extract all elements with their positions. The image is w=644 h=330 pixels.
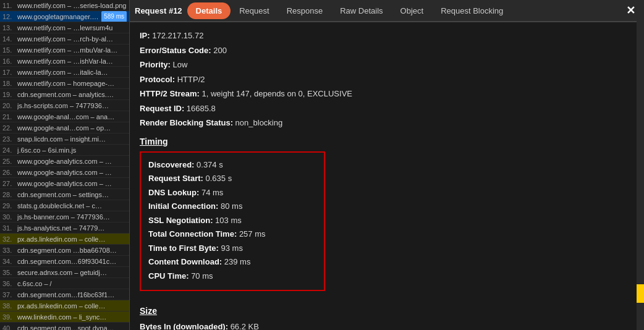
list-item[interactable]: 24.j.6sc.co – 6si.min.js [0, 145, 129, 156]
list-item[interactable]: 13.www.netlify.com – …lewrsum4u [0, 22, 129, 33]
total-connection-value: 257 ms [239, 229, 266, 239]
request-start-label: Request Start: [148, 174, 203, 183]
list-item[interactable]: 17.www.netlify.com – …italic-la… [0, 67, 129, 78]
size-header: Size [140, 306, 634, 316]
http2-label: HTTP/2 Stream: [140, 89, 200, 98]
list-item[interactable]: 14.www.netlify.com – …rch-by-al… [0, 33, 129, 44]
render-blocking-value: non_blocking [235, 118, 283, 127]
list-item[interactable]: 39.www.linkedin.com – li_sync… [0, 311, 129, 323]
total-connection-label: Total Connection Time: [148, 229, 237, 239]
protocol-label: Protocol: [140, 75, 175, 84]
ssl-negotiation-value: 103 ms [215, 216, 242, 225]
cpu-time-label: CPU Time: [148, 271, 189, 281]
priority-line: Priority: Low [140, 59, 634, 71]
list-item[interactable]: 27.www.google-analytics.com – … [0, 178, 129, 189]
list-item[interactable]: 30.js.hs-banner.com – 7477936… [0, 211, 129, 222]
list-item[interactable]: 28.cdn.segment.com – settings… [0, 189, 129, 200]
initial-connection-label: Initial Connection: [148, 201, 218, 211]
panel-content: IP: 172.217.15.72 Error/Status Code: 200… [130, 22, 644, 330]
priority-label: Priority: [140, 60, 171, 69]
dns-lookup-line: DNS Lookup: 74 ms [148, 187, 316, 199]
list-item[interactable]: 16.www.netlify.com – …ishVar-la… [0, 56, 129, 67]
cpu-time-value: 70 ms [191, 271, 213, 281]
render-blocking-line: Render Blocking Status: non_blocking [140, 117, 634, 129]
ssl-negotiation-line: SSL Negotiation: 103 ms [148, 214, 316, 227]
request-start-line: Request Start: 0.635 s [148, 172, 316, 185]
request-id-label: Request ID: [140, 104, 184, 113]
ttfb-line: Time to First Byte: 93 ms [148, 242, 316, 255]
request-id-line: Request ID: 16685.8 [140, 103, 634, 115]
initial-connection-line: Initial Connection: 80 ms [148, 200, 316, 213]
dns-lookup-value: 74 ms [201, 188, 223, 197]
list-item[interactable]: 36.c.6sc.co – / [0, 278, 129, 289]
list-item[interactable]: 19.cdn.segment.com – analytics.… [0, 89, 129, 100]
list-item[interactable]: 40.cdn.segment.com…spot.dyna… [0, 323, 129, 330]
list-item[interactable]: 37.cdn.segment.com…f16bc63f1… [0, 289, 129, 300]
list-item[interactable]: 32.px.ads.linkedin.com – colle… [0, 234, 129, 245]
list-item[interactable]: 26.www.google-analytics.com – … [0, 167, 129, 178]
list-item[interactable]: 11.www.netlify.com – …series-load.png [0, 0, 129, 11]
render-blocking-label: Render Blocking Status: [140, 118, 233, 127]
content-download-label: Content Download: [148, 257, 222, 266]
cpu-time-line: CPU Time: 70 ms [148, 270, 316, 282]
ttfb-value: 93 ms [221, 243, 243, 253]
request-id-value: 16685.8 [187, 104, 216, 113]
tab-details[interactable]: Details [187, 2, 231, 19]
priority-value: Low [172, 60, 187, 69]
status-value: 200 [213, 46, 227, 55]
panel-header: Request #12 Details Request Response Raw… [130, 0, 644, 22]
list-item[interactable]: 23.snap.licdn.com – insight.mi… [0, 133, 129, 145]
http2-stream-line: HTTP/2 Stream: 1, weight 147, depends on… [140, 88, 634, 100]
bytes-in-label: Bytes In (downloaded): [140, 322, 228, 330]
scrollbar-thumb[interactable] [637, 284, 644, 303]
list-item[interactable]: 35.secure.adnxs.com – getuidj… [0, 267, 129, 278]
discovered-line: Discovered: 0.374 s [148, 159, 316, 171]
status-line: Error/Status Code: 200 [140, 44, 634, 57]
ip-line: IP: 172.217.15.72 [140, 30, 634, 42]
ttfb-label: Time to First Byte: [148, 243, 219, 253]
tab-object[interactable]: Object [392, 2, 433, 19]
status-label: Error/Status Code: [140, 46, 211, 55]
bytes-in-line: Bytes In (downloaded): 66.2 KB [140, 321, 634, 330]
scrollbar[interactable] [637, 0, 644, 330]
ip-value: 172.217.15.72 [152, 31, 203, 40]
network-list: 11.www.netlify.com – …series-load.png12.… [0, 0, 130, 330]
size-section: Bytes In (downloaded): 66.2 KB Uncompres… [140, 321, 634, 330]
list-item[interactable]: 18.www.netlify.com – homepage-… [0, 78, 129, 89]
timing-box: Discovered: 0.374 s Request Start: 0.635… [140, 151, 325, 292]
timing-header: Timing [140, 137, 634, 146]
panel-title: Request #12 [135, 6, 182, 15]
tab-response[interactable]: Response [278, 2, 332, 19]
ip-label: IP: [140, 31, 150, 40]
list-item[interactable]: 12.www.googletagmanager.com – gtm.js589 … [0, 11, 129, 22]
request-panel: Request #12 Details Request Response Raw… [130, 0, 644, 330]
list-item[interactable]: 29.stats.g.doubleclick.net – c… [0, 200, 129, 211]
list-item[interactable]: 22.www.google-anal…com – op… [0, 122, 129, 133]
request-start-value: 0.635 s [205, 174, 232, 183]
http2-value: 1, weight 147, depends on 0, EXCLUSIVE [201, 89, 352, 98]
protocol-value: HTTP/2 [177, 75, 205, 84]
content-download-line: Content Download: 239 ms [148, 256, 316, 268]
ssl-negotiation-label: SSL Negotiation: [148, 216, 213, 225]
discovered-label: Discovered: [148, 160, 194, 169]
tab-raw-details[interactable]: Raw Details [331, 2, 391, 19]
protocol-line: Protocol: HTTP/2 [140, 74, 634, 86]
discovered-value: 0.374 s [197, 160, 223, 169]
tab-request[interactable]: Request [231, 2, 278, 19]
dns-lookup-label: DNS Lookup: [148, 188, 199, 197]
tab-request-blocking[interactable]: Request Blocking [432, 2, 512, 19]
list-item[interactable]: 38.px.ads.linkedin.com – colle… [0, 300, 129, 311]
list-item[interactable]: 20.js.hs-scripts.com – 7477936… [0, 100, 129, 111]
list-item[interactable]: 21.www.google-anal…com – ana… [0, 111, 129, 122]
list-item[interactable]: 31.js.hs-analytics.net – 74779… [0, 222, 129, 234]
content-download-value: 239 ms [224, 257, 251, 266]
list-item[interactable]: 34.cdn.segment.com…69f93041c… [0, 256, 129, 267]
initial-connection-value: 80 ms [221, 201, 242, 211]
bytes-in-value: 66.2 KB [231, 322, 259, 330]
list-item[interactable]: 15.www.netlify.com – …mbuVar-la… [0, 44, 129, 56]
list-item[interactable]: 33.cdn.segment.com …bba66708… [0, 245, 129, 256]
list-item[interactable]: 25.www.google-analytics.com – … [0, 156, 129, 167]
total-connection-line: Total Connection Time: 257 ms [148, 228, 316, 240]
